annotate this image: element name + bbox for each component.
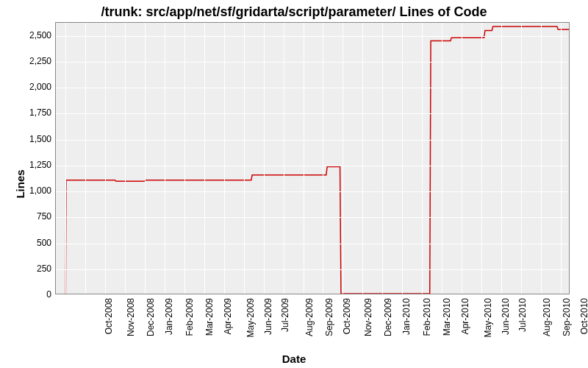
plot-area [55, 22, 570, 294]
gridline-h [56, 140, 569, 141]
gridline-v [105, 23, 106, 294]
y-tick-label: 1,500 [15, 134, 51, 144]
data-line [56, 23, 569, 294]
x-tick-label: Oct-2010 [579, 298, 588, 334]
y-tick-label: 500 [15, 238, 51, 248]
gridline-v [561, 23, 562, 294]
x-tick-label: Dec-2009 [383, 298, 393, 336]
gridline-v [224, 23, 225, 294]
x-tick-label: Sep-2010 [562, 298, 572, 336]
x-tick-label: Jan-2009 [164, 298, 174, 335]
y-tick-label: 250 [15, 263, 51, 274]
x-tick-label: Sep-2009 [324, 298, 334, 336]
gridline-v [184, 23, 185, 294]
x-tick-label: Oct-2008 [104, 298, 115, 334]
gridline-v [145, 23, 146, 294]
gridline-v [501, 23, 502, 294]
x-tick-label: Apr-2010 [460, 298, 470, 334]
y-tick-label: 2,250 [15, 56, 51, 66]
gridline-v [462, 23, 462, 294]
gridline-v [284, 23, 284, 294]
y-tick-label: 750 [15, 211, 51, 222]
x-tick-label: Dec-2008 [146, 298, 156, 336]
gridline-v [323, 23, 323, 294]
x-axis-label: Date [0, 353, 588, 365]
x-tick-label: Jul-2009 [280, 298, 290, 332]
gridline-v [204, 23, 205, 294]
x-tick-label: May-2009 [245, 298, 256, 337]
x-tick-label: Jun-2010 [501, 298, 511, 335]
gridline-h [56, 166, 569, 166]
gridline-v [125, 23, 126, 294]
gridline-h [56, 36, 569, 37]
x-tick-label: Aug-2009 [304, 298, 315, 336]
y-tick-label: 1,250 [15, 160, 51, 170]
x-tick-label: Mar-2009 [204, 298, 215, 336]
gridline-h [56, 244, 569, 244]
gridline-h [56, 269, 569, 270]
chart-title: /trunk: src/app/net/sf/gridarta/script/p… [0, 4, 588, 20]
x-tick-label: Nov-2009 [363, 298, 373, 336]
y-tick-label: 1,750 [15, 107, 51, 118]
y-tick-label: 0 [15, 289, 51, 300]
y-tick-label: 2,500 [15, 30, 51, 40]
gridline-h [56, 217, 569, 218]
gridline-v [165, 23, 165, 294]
gridline-v [422, 23, 423, 294]
x-tick-label: Oct-2009 [342, 298, 352, 334]
x-tick-label: Mar-2010 [442, 298, 453, 336]
x-tick-label: May-2010 [483, 298, 493, 337]
gridline-v [521, 23, 522, 294]
gridline-h [56, 191, 569, 192]
gridline-v [362, 23, 363, 294]
x-tick-label: Jan-2010 [401, 298, 412, 335]
gridline-v [85, 23, 86, 294]
gridline-v [264, 23, 265, 294]
gridline-v [402, 23, 403, 294]
x-tick-label: Apr-2009 [223, 298, 233, 334]
gridline-v [442, 23, 442, 294]
gridline-v [481, 23, 482, 294]
gridline-v [244, 23, 245, 294]
gridline-v [541, 23, 542, 294]
gridline-v [343, 23, 343, 294]
gridline-v [304, 23, 304, 294]
gridline-h [56, 62, 569, 63]
x-tick-label: Feb-2009 [185, 298, 196, 336]
x-tick-label: Feb-2010 [423, 298, 433, 336]
x-tick-label: Jul-2010 [517, 298, 528, 332]
x-tick-label: Aug-2010 [542, 298, 552, 336]
gridline-h [56, 88, 569, 88]
gridline-h [56, 113, 569, 114]
x-tick-label: Jun-2009 [263, 298, 273, 335]
gridline-v [382, 23, 383, 294]
y-tick-label: 2,000 [15, 82, 51, 92]
loc-line-chart: /trunk: src/app/net/sf/gridarta/script/p… [0, 0, 588, 368]
y-tick-label: 1,000 [15, 185, 51, 196]
x-tick-label: Nov-2008 [126, 298, 136, 336]
gridline-v [65, 23, 66, 294]
